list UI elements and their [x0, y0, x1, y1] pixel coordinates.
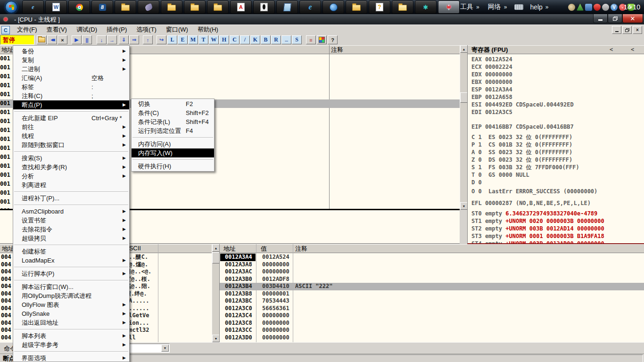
stack-row[interactable]: 0012A3C800000000 [220, 320, 644, 327]
context-menu-item-20[interactable]: Asm2Clipboard▶ [13, 207, 129, 216]
scroll-down-button[interactable]: ▼ [460, 202, 468, 210]
context-menu-item-5[interactable]: 注释(C); [13, 91, 129, 100]
animate-over-button[interactable]: ⇒ [129, 35, 139, 44]
taskbar-app-ie[interactable]: e [299, 0, 321, 14]
taskbar-app-word[interactable]: W [45, 0, 67, 14]
taskbar-app-tools[interactable]: ✱ [415, 0, 437, 14]
context-menu-item-39[interactable]: 界面选项▶ [13, 354, 129, 362]
st-register-line[interactable]: ST0 empty 6.3462372974938327040e-4789 [471, 210, 644, 217]
taskbar-scroll-arrows[interactable]: ▲▼ [446, 1, 452, 13]
stack-row[interactable]: 0012A3A800000000 [220, 261, 644, 269]
goto-button[interactable]: ↪ [157, 35, 166, 44]
window-titlebar[interactable]: ✹ - [CPU - 主线程 ] ✕ [0, 14, 644, 25]
view-c-button[interactable]: C [230, 35, 239, 44]
context-menu-item-16[interactable]: 剥离进程 [13, 181, 129, 189]
context-menu-item-10[interactable]: 线程▶ [13, 132, 129, 140]
breakpoint-submenu-item-8[interactable]: 硬件执行(H) [132, 162, 214, 171]
st-register-line[interactable]: ST1 empty +UNORM 0020 0000003B 00000000 [471, 217, 644, 225]
menu-f[interactable]: 文件(F) [12, 25, 42, 34]
restart-button[interactable]: ◀◀ [47, 35, 57, 44]
register-line[interactable]: ESI 004492ED CDSpaceU.004492ED [471, 101, 644, 108]
context-menu-item-0[interactable]: 备份▶ [13, 47, 129, 56]
stack-row[interactable]: 0012A3BC70534443 [220, 297, 644, 305]
taskbar-toolbar-1[interactable]: 网络 [488, 3, 501, 11]
stack-row[interactable]: 0012A3B00012ADF8 [220, 276, 644, 283]
cpu-window-icon[interactable]: C [1, 26, 10, 34]
plant-tray-icon[interactable] [577, 4, 584, 11]
stack-row[interactable]: 0012A3B4003D4410ASCII "222" [220, 283, 644, 290]
context-menu-item-11[interactable]: 跟随到数据窗口▶ [13, 140, 129, 149]
view-e-button[interactable]: E [178, 35, 188, 44]
scroll-up-button[interactable]: ▲ [460, 45, 468, 53]
taskbar-clock[interactable]: 14:10 [624, 0, 640, 14]
context-menu-item-30[interactable]: 脚本运行窗口(W)... [13, 282, 129, 291]
chevron-left-icon[interactable]: < [631, 46, 634, 53]
context-menu-item-2[interactable]: 二进制▶ [13, 65, 129, 74]
register-line[interactable]: EBP 0012A658 [471, 93, 644, 101]
view-t-button[interactable]: T [198, 35, 208, 44]
view-l-button[interactable]: L [167, 35, 177, 44]
breakpoint-submenu-item-0[interactable]: 切换F2 [132, 99, 214, 108]
breakpoint-submenu-item-3[interactable]: 运行到选定位置F4 [132, 126, 214, 135]
menu-d[interactable]: 调试(D) [72, 25, 102, 34]
taskbar-app-folder-3[interactable] [184, 0, 206, 14]
close-program-button[interactable]: × [58, 35, 67, 44]
taskbar-app-thunder[interactable] [138, 0, 159, 14]
context-menu-item-25[interactable]: 创建标签 [13, 247, 129, 256]
mdi-minimize-button[interactable] [612, 26, 621, 34]
taskbar-app-globe[interactable] [322, 0, 344, 14]
register-line[interactable]: S 1 FS 003B 32 位 7FFDF000(FFF) [471, 164, 644, 171]
view-m-button[interactable]: M [188, 35, 198, 44]
open-file-button[interactable] [37, 35, 47, 44]
context-menu-item-3[interactable]: 汇编(A)空格 [13, 74, 129, 82]
context-menu-item-37[interactable]: 超级字串参考▶ [13, 340, 129, 349]
register-line[interactable]: ESP 0012A3A4 [471, 86, 644, 93]
st-register-line[interactable]: ST3 empty +UNORM 0001 0000003B B1A9FA18 [471, 232, 644, 240]
help-button[interactable]: ? [328, 35, 338, 44]
dropdown-arrow-icon[interactable]: ▼ [161, 345, 169, 352]
scroll-down-button[interactable]: ▼ [212, 335, 220, 342]
st-register-line[interactable]: ST4 empty +UNORM 003B 0012AD00 00000000 [471, 240, 644, 244]
context-menu-item-36[interactable]: 脚本列表▶ [13, 331, 129, 340]
context-menu-item-14[interactable]: 查找相关参考(R)▶ [13, 163, 129, 172]
taskbar-app-chrome[interactable] [68, 0, 90, 14]
scroll-up-icon[interactable]: ▲ [447, 3, 451, 7]
menu-p[interactable]: 插件(P) [102, 25, 132, 34]
context-menu-item-8[interactable]: 在此新建 EIPCtrl+Gray * [13, 114, 129, 123]
context-menu-item-31[interactable]: 用OllyDump脱壳调试进程 [13, 291, 129, 300]
minimize-button[interactable] [593, 14, 608, 23]
start-button[interactable] [2, 1, 21, 13]
taskbar-app-folder-4[interactable] [207, 0, 229, 14]
view-/-button[interactable]: / [240, 35, 250, 44]
taskbar-app-notes[interactable] [276, 0, 298, 14]
register-line[interactable]: EIP 00416BB7 CDSpaceU.00416BB7 [471, 123, 644, 131]
view-s-button[interactable]: S [292, 35, 302, 44]
security-shield-tray-icon[interactable] [594, 4, 601, 11]
taskbar-app-pdf[interactable]: A [230, 0, 252, 14]
dump-scrollbar[interactable]: ▲ ▼ [212, 244, 219, 342]
stack-row[interactable]: 0012A3B800000001 [220, 290, 644, 298]
context-menu-item-26[interactable]: LoadMapEx▶ [13, 256, 129, 265]
st-register-line[interactable]: ST2 empty +UNORM 003B 0012AD14 00000000 [471, 225, 644, 232]
search-tray-icon[interactable] [568, 4, 575, 11]
register-line[interactable]: C 1 ES 0023 32 位 0(FFFFFFFF) [471, 133, 644, 141]
context-menu-item-1[interactable]: 复制▶ [13, 56, 129, 65]
register-line[interactable]: EFL 00000287 (NO,B,NE,BE,S,PE,L,LE) [471, 199, 644, 207]
context-menu-item-18[interactable]: 进程补丁(P)... [13, 194, 129, 203]
mdi-close-button[interactable]: × [633, 26, 642, 34]
breakpoint-submenu-item-6[interactable]: 内存写入(W) [132, 148, 214, 157]
restore-button[interactable] [608, 14, 622, 23]
context-menu-item-21[interactable]: 设置书签▶ [13, 216, 129, 225]
stack-row[interactable]: 0012A3CC00000000 [220, 327, 644, 334]
taskbar-app-folder-open[interactable] [392, 0, 413, 14]
stack-row[interactable]: 0012A3C400000000 [220, 312, 644, 320]
context-menu-item-22[interactable]: 去除花指令▶ [13, 225, 129, 234]
network-tray-icon[interactable] [585, 4, 592, 11]
register-line[interactable]: Z 0 DS 0023 32 位 0(FFFFFFFF) [471, 156, 644, 164]
log-list-button[interactable]: ≡ [306, 35, 316, 44]
context-menu-item-9[interactable]: 前往▶ [13, 123, 129, 132]
chevron-left-icon[interactable]: < [610, 46, 613, 53]
scrollbar-thumb[interactable] [212, 252, 220, 263]
taskbar-app-folder-1[interactable] [115, 0, 136, 14]
step-over-button[interactable]: → [107, 35, 117, 44]
